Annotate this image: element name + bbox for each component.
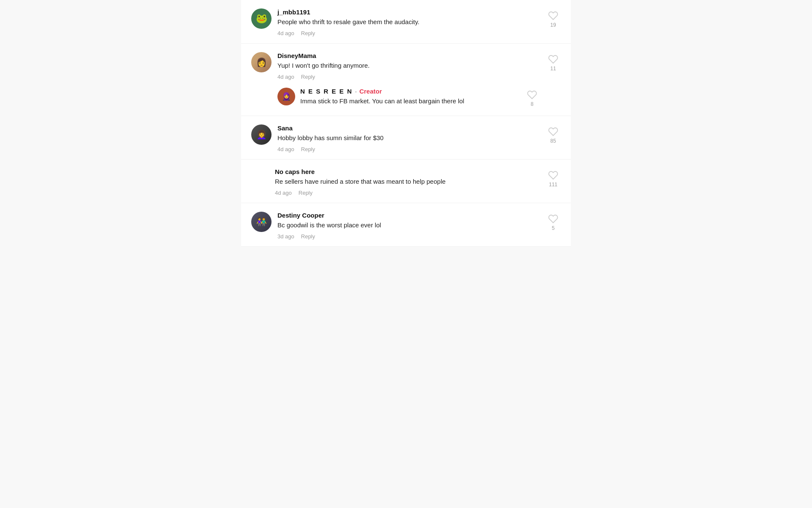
like-area: 5 xyxy=(546,212,561,231)
comment-text: People who thrift to resale gave them th… xyxy=(277,17,540,27)
comment-time: 4d ago xyxy=(277,74,294,80)
reply-button[interactable]: Reply xyxy=(301,30,315,36)
heart-icon[interactable] xyxy=(548,170,559,181)
like-area: 8 xyxy=(524,88,540,107)
like-area: 111 xyxy=(546,168,561,188)
comments-section: 🐸 j_mbb1191 People who thrift to resale … xyxy=(241,0,571,247)
comment-time: 4d ago xyxy=(275,190,292,196)
comment-body: No caps here Re sellers have ruined a st… xyxy=(275,168,540,196)
avatar: 👩‍🦱 xyxy=(251,124,272,145)
comment-time: 4d ago xyxy=(277,146,294,152)
comment-item: 👩‍🦱 Sana Hobby lobby has sumn similar fo… xyxy=(241,116,571,160)
reply-username: N E S R E E N xyxy=(300,88,353,95)
reply-header: N E S R E E N · Creator xyxy=(300,88,519,95)
avatar: 👩 xyxy=(251,52,272,72)
like-count: 8 xyxy=(531,101,534,107)
comment-text: Bc goodwil is the worst place ever lol xyxy=(277,221,540,230)
like-count: 85 xyxy=(550,138,556,144)
comment-header: Sana xyxy=(277,124,540,132)
comment-meta: 4d ago Reply xyxy=(277,30,540,36)
comment-text: Hobby lobby has sumn similar for $30 xyxy=(277,133,540,143)
comment-text: Yup! I won't go thrifting anymore. xyxy=(277,61,540,70)
like-count: 111 xyxy=(549,182,557,188)
like-count: 11 xyxy=(550,66,556,72)
avatar: 👫 xyxy=(251,212,272,232)
heart-icon[interactable] xyxy=(548,126,559,137)
comment-header: Destiny Cooper xyxy=(277,212,540,219)
username: DisneyMama xyxy=(277,52,316,59)
comment-meta: 4d ago Reply xyxy=(277,146,540,152)
heart-icon[interactable] xyxy=(527,89,538,100)
like-area: 85 xyxy=(546,124,561,144)
comment-item: No caps here Re sellers have ruined a st… xyxy=(241,160,571,203)
username: Sana xyxy=(277,124,293,132)
reply-text: Imma stick to FB market. You can at leas… xyxy=(300,97,519,106)
comment-header: DisneyMama xyxy=(277,52,540,59)
reply-body: N E S R E E N · Creator Imma stick to FB… xyxy=(300,88,519,109)
reply-button[interactable]: Reply xyxy=(301,233,315,240)
comment-header: j_mbb1191 xyxy=(277,8,540,16)
avatar: 🐸 xyxy=(251,8,272,29)
comment-meta: 3d ago Reply xyxy=(277,233,540,240)
like-count: 5 xyxy=(552,225,555,231)
comment-time: 4d ago xyxy=(277,30,294,36)
comment-item: 🐸 j_mbb1191 People who thrift to resale … xyxy=(241,0,571,44)
separator: · xyxy=(355,88,357,95)
reply-button[interactable]: Reply xyxy=(301,74,315,80)
comment-body: j_mbb1191 People who thrift to resale ga… xyxy=(277,8,540,36)
creator-badge: Creator xyxy=(359,88,382,95)
reply-item: 🧕 N E S R E E N · Creator Imma stick to … xyxy=(277,88,540,109)
comment-body: DisneyMama Yup! I won't go thrifting any… xyxy=(277,52,540,109)
heart-icon[interactable] xyxy=(548,10,559,21)
heart-icon[interactable] xyxy=(548,213,559,224)
comment-body: Sana Hobby lobby has sumn similar for $3… xyxy=(277,124,540,152)
comment-header: No caps here xyxy=(275,168,540,175)
comment-item: 👩 DisneyMama Yup! I won't go thrifting a… xyxy=(241,44,571,116)
comment-body: Destiny Cooper Bc goodwil is the worst p… xyxy=(277,212,540,240)
comment-time: 3d ago xyxy=(277,233,294,240)
like-area: 11 xyxy=(546,52,561,72)
avatar: 🧕 xyxy=(277,88,295,105)
username: Destiny Cooper xyxy=(277,212,324,219)
comment-item: 👫 Destiny Cooper Bc goodwil is the worst… xyxy=(241,203,571,247)
username: j_mbb1191 xyxy=(277,8,310,16)
reply-button[interactable]: Reply xyxy=(301,146,315,152)
like-count: 19 xyxy=(550,22,556,28)
comment-meta: 4d ago Reply xyxy=(275,190,540,196)
comment-meta: 4d ago Reply xyxy=(277,74,540,80)
username: No caps here xyxy=(275,168,315,175)
like-area: 19 xyxy=(546,8,561,28)
reply-button[interactable]: Reply xyxy=(299,190,313,196)
comment-text: Re sellers have ruined a store that was … xyxy=(275,177,540,186)
heart-icon[interactable] xyxy=(548,54,559,65)
